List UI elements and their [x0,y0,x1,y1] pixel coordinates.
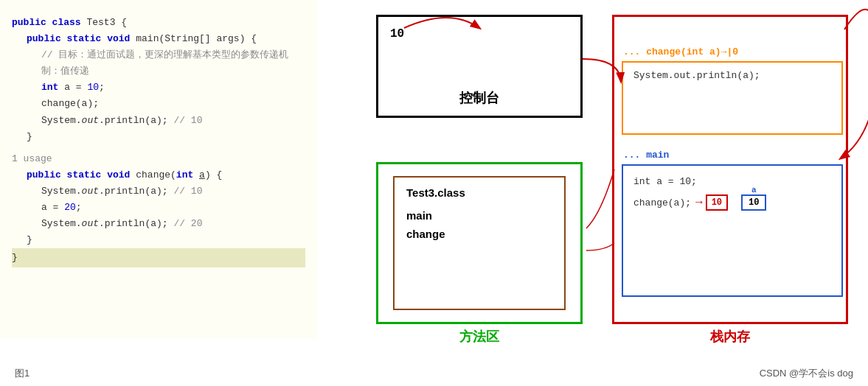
attribution: CSDN @学不会is dog [760,367,853,380]
code-line-14: } [12,248,305,267]
change-frame: ... change(int a)→|0 System.out.println(… [622,61,843,135]
code-line-7: } [12,129,305,145]
main-frame-content: int a = 10; change(a); → 10 a 10 [623,166,841,221]
main-frame-label: ... main [623,150,669,161]
diagram-area: 10 控制台 Test3.class main change 方法区 ... c… [332,0,868,361]
code-line-10: System.out.println(a); // 10 [12,183,305,200]
console-value: 10 [390,27,404,41]
method-change: change [406,228,552,240]
code-line-9: public static void change(int a) { [12,167,305,183]
code-panel: public class Test3 { public static void … [0,0,317,339]
change-frame-content: System.out.println(a); [623,63,841,88]
code-line-1: public class Test3 { [12,15,305,31]
code-line-3: // 目标：通过面试题，更深的理解基本类型的参数传递机制：值传递 [12,47,305,80]
code-line-8: 1 usage [12,151,305,167]
stack-box: ... change(int a)→|0 System.out.println(… [612,15,848,324]
code-line-5: change(a); [12,96,305,112]
main-line1: int a = 10; [633,176,831,187]
code-line-11: a = 20; [12,200,305,216]
code-line-13: } [12,232,305,248]
method-inner: Test3.class main change [393,176,566,310]
change-frame-label: ... change(int a)→|0 [623,46,738,57]
method-main: main [406,209,552,222]
console-label: 控制台 [459,89,499,107]
method-area-box: Test3.class main change 方法区 [376,162,583,324]
var-label: a [751,186,757,194]
figure-label: 图1 [15,367,29,380]
code-line-2: public static void main(String[] args) { [12,31,305,47]
main-frame: ... main int a = 10; change(a); → 10 a 1… [622,164,843,297]
code-line-4: int a = 10; [12,80,305,96]
method-area-label: 方法区 [459,328,499,345]
var-box-red: 10 [706,194,728,211]
code-line-12: System.out.println(a); // 20 [12,216,305,232]
main-line2: change(a); → 10 a 10 [633,194,831,211]
code-line-6: System.out.println(a); // 10 [12,113,305,129]
class-name: Test3.class [406,186,552,199]
stack-label: 栈内存 [710,328,750,345]
console-box: 10 控制台 [376,15,583,118]
var-box-blue: a 10 [741,194,766,211]
footer: 图1 CSDN @学不会is dog [0,367,868,380]
